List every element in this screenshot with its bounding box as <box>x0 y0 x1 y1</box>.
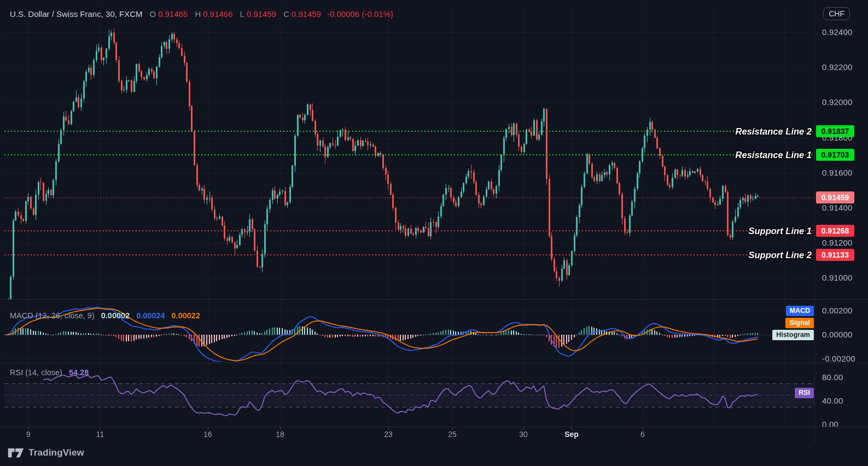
level-badge-support-1: 0.91268 <box>816 225 854 237</box>
time-axis-label: 16 <box>203 430 212 439</box>
macd-signal-value: 0.00022 <box>172 311 200 320</box>
level-badge-resistance-2: 0.91837 <box>816 125 854 137</box>
rsi-header: RSI (14, close) 54.28 <box>10 368 89 377</box>
ohlc-open-label: O <box>150 9 156 19</box>
ohlc-open-value: 0.91465 <box>158 9 188 19</box>
level-annotation-support-1[interactable]: Support Line 1 <box>749 225 812 237</box>
tradingview-chart-window: U.S. Dollar / Swiss Franc, 30, FXCM O 0.… <box>0 0 868 466</box>
symbol-legend: U.S. Dollar / Swiss Franc, 30, FXCM O 0.… <box>10 9 393 19</box>
ohlc-close-label: C <box>283 9 289 19</box>
macd-histogram-badge: Histogram <box>772 330 814 340</box>
rsi-axis-tick: 80.00 <box>822 372 843 382</box>
rsi-value: 54.28 <box>69 368 89 377</box>
macd-header: MACD (12, 26, close, 9) 0.00002 0.00024 … <box>10 311 200 320</box>
currency-button[interactable]: CHF <box>823 7 850 20</box>
macd-title[interactable]: MACD (12, 26, close, 9) <box>10 311 95 320</box>
ohlc-low-label: L <box>240 9 244 19</box>
symbol-title[interactable]: U.S. Dollar / Swiss Franc, 30, FXCM <box>10 9 143 19</box>
ohlc-close-value: 0.91459 <box>292 9 321 19</box>
price-axis-tick: 0.91200 <box>822 238 853 247</box>
ohlc-high-value: 0.91466 <box>203 9 232 19</box>
time-axis-label: 18 <box>276 430 284 439</box>
macd-signal-badge: Signal <box>785 318 814 328</box>
level-annotation-support-2[interactable]: Support Line 2 <box>749 249 812 261</box>
level-annotation-resistance-1[interactable]: Resistance Line 1 <box>736 149 812 161</box>
time-axis-label: 11 <box>96 430 104 439</box>
rsi-axis-tick: 40.00 <box>822 396 843 405</box>
time-axis-label: 6 <box>640 430 645 439</box>
macd-line-badge: MACD <box>786 306 814 316</box>
price-axis-tick: 0.91600 <box>822 168 853 177</box>
macd-histogram-value: 0.00002 <box>101 311 130 320</box>
level-badge-resistance-1: 0.91703 <box>816 149 854 161</box>
last-price-badge: 0.91459 <box>816 191 854 203</box>
tradingview-logo[interactable]: TradingView <box>8 446 84 459</box>
macd-axis-tick: 0.00000 <box>822 330 853 339</box>
rsi-pane-separator[interactable] <box>0 363 868 363</box>
level-annotation-resistance-2[interactable]: Resistance Line 2 <box>736 125 812 137</box>
price-axis-tick: 0.91400 <box>822 203 853 212</box>
tradingview-logo-text: TradingView <box>28 447 84 458</box>
macd-axis-tick: 0.00200 <box>822 306 853 315</box>
rsi-badge: RSI <box>795 388 814 398</box>
macd-pane-separator[interactable] <box>0 299 868 300</box>
price-axis-tick: 0.92400 <box>822 27 853 37</box>
level-badge-support-2: 0.91133 <box>816 249 854 261</box>
rsi-title[interactable]: RSI (14, close) <box>10 368 62 377</box>
time-axis-label: Sep <box>564 430 579 439</box>
time-axis-label: 25 <box>448 430 457 439</box>
price-axis-tick: 0.92200 <box>822 62 853 72</box>
price-axis-tick: 0.91000 <box>822 273 853 282</box>
tradingview-logo-icon <box>8 446 24 459</box>
macd-axis-tick: -0.00200 <box>822 354 855 363</box>
macd-line-value: 0.00024 <box>136 311 165 320</box>
chart-canvas[interactable] <box>0 0 868 466</box>
ohlc-low-value: 0.91459 <box>247 9 276 19</box>
price-axis-border <box>814 0 815 443</box>
time-axis-label: 9 <box>26 430 31 439</box>
time-axis-label: 30 <box>519 430 528 439</box>
time-axis-label: 23 <box>384 430 393 439</box>
price-change: -0.00006 (-0.01%) <box>327 9 393 19</box>
rsi-axis-tick: 0.00 <box>822 420 838 429</box>
ohlc-high-label: H <box>195 9 201 19</box>
time-axis-separator <box>0 427 868 427</box>
price-axis-tick: 0.92000 <box>822 97 853 107</box>
